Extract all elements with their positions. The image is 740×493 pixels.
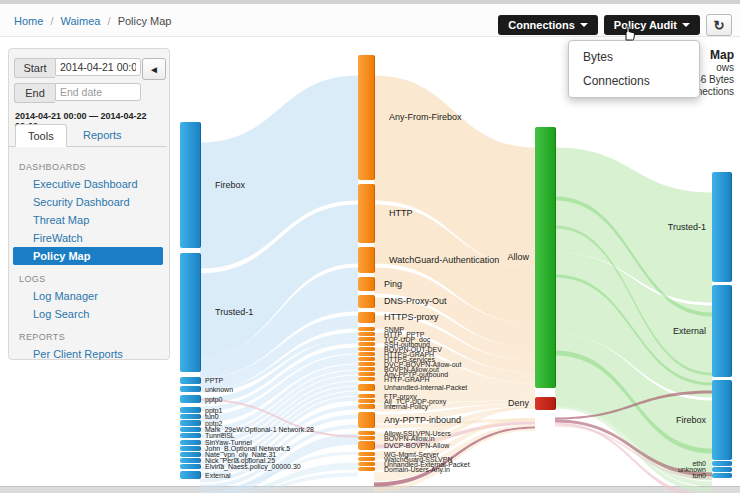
connections-dropdown-menu: Bytes Connections	[568, 40, 700, 98]
sankey-node-domain-users-any-in[interactable]	[358, 467, 375, 471]
breadcrumb-separator: /	[108, 15, 111, 27]
panel-tabs: Tools Reports	[9, 123, 167, 147]
sidebar-item-log-search[interactable]: Log Search	[13, 305, 163, 323]
start-label: Start	[14, 58, 55, 78]
sidebar-item-executive-dashboard[interactable]: Executive Dashboard	[13, 175, 163, 193]
sankey-node-https-graph[interactable]	[358, 352, 375, 356]
sankey-node-watchguard-authentication[interactable]	[358, 247, 375, 273]
tools-panel: Start ◄ End 2014-04-21 00:00 — 2014-04-2…	[8, 48, 170, 360]
sankey-node-mark-29ew-optional-1-network-28[interactable]	[180, 427, 201, 432]
sankey-node-external[interactable]	[180, 471, 201, 479]
chevron-down-icon	[682, 23, 690, 27]
breadcrumb-home[interactable]: Home	[14, 15, 43, 27]
refresh-button[interactable]: ↻	[706, 14, 732, 36]
sankey-node-ping[interactable]	[358, 277, 375, 291]
sankey-node-unhandled-external-packet[interactable]	[358, 462, 375, 466]
breadcrumb-current-page: Policy Map	[118, 15, 172, 27]
end-label: End	[14, 83, 55, 103]
sankey-node-john-b-optional-network-5[interactable]	[180, 446, 201, 451]
refresh-icon: ↻	[714, 18, 725, 33]
end-date-row: End	[14, 83, 141, 103]
sankey-node-ftp-proxy[interactable]	[358, 394, 375, 398]
sankey-node-trusted-1[interactable]	[712, 172, 732, 282]
header-toolbar: Connections Policy Audit ↻	[498, 14, 732, 36]
sankey-node-any-pptp-outbound[interactable]	[358, 372, 375, 376]
sankey-node-https-services[interactable]	[358, 357, 375, 361]
end-date-input[interactable]	[55, 83, 141, 101]
sankey-node-dvcp-bovpn-allow[interactable]	[358, 441, 375, 450]
sankey-node-pptp1[interactable]	[180, 407, 201, 413]
dropdown-item-connections[interactable]: Connections	[569, 69, 699, 93]
sankey-node-sinyaw-tunnel[interactable]	[180, 440, 201, 445]
sankey-node-bovpn-allow-in[interactable]	[358, 436, 375, 440]
breadcrumb: Home / Waimea / Policy Map	[14, 15, 171, 27]
sankey-node-external[interactable]	[712, 285, 732, 377]
sankey-node-bovpn-out-dev[interactable]	[358, 347, 375, 351]
sankey-node-tcp-udp-doc[interactable]	[358, 337, 375, 341]
sankey-node-pptp[interactable]	[180, 377, 201, 384]
sankey-node-unhandled-internal-packet[interactable]	[358, 384, 375, 391]
sankey-node-pptp2[interactable]	[180, 420, 201, 426]
sankey-node-unknown[interactable]	[712, 467, 732, 472]
sankey-node-http-pptp[interactable]	[358, 332, 375, 336]
sankey-node-ssh-outbound[interactable]	[358, 342, 375, 346]
sankey-node-tunnelsl[interactable]	[180, 433, 201, 438]
nav-heading-reports: REPORTS	[19, 332, 167, 342]
tab-tools[interactable]: Tools	[15, 124, 67, 147]
sankey-node-snmp[interactable]	[358, 327, 375, 331]
sankey-node-elvina-naess-policy-00000-30[interactable]	[180, 464, 201, 469]
sankey-node-nate-vpn-oly-nate-31[interactable]	[180, 452, 201, 457]
sankey-node-http-graph[interactable]	[358, 377, 375, 381]
tab-reports[interactable]: Reports	[71, 124, 134, 145]
sankey-node-deny[interactable]	[535, 397, 556, 410]
sankey-node-pptp0[interactable]	[180, 395, 201, 403]
sankey-node-http[interactable]	[358, 184, 375, 243]
sidebar-item-threat-map[interactable]: Threat Map	[13, 211, 163, 229]
breadcrumb-waimea[interactable]: Waimea	[61, 15, 101, 27]
sankey-node-trusted-1[interactable]	[180, 253, 201, 372]
sankey-node-tun0[interactable]	[712, 473, 732, 478]
sankey-node-allow-sslvpn-users[interactable]	[358, 431, 375, 435]
sidebar-nav: DASHBOARDSExecutive DashboardSecurity Da…	[9, 153, 167, 363]
sankey-node-all-tcp-udp-proxy[interactable]	[358, 399, 375, 403]
sidebar-item-log-manager[interactable]: Log Manager	[13, 287, 163, 305]
sankey-node-nick-perla-optional-25[interactable]	[180, 458, 201, 463]
breadcrumb-separator: /	[50, 15, 53, 27]
sankey-node-tun0[interactable]	[180, 414, 201, 419]
sankey-node-bovpn-allow-out[interactable]	[358, 367, 375, 371]
sankey-node-unknown[interactable]	[180, 386, 201, 392]
sidebar-item-per-client-reports[interactable]: Per Client Reports	[13, 345, 163, 363]
policy-audit-button-label: Policy Audit	[614, 19, 677, 31]
collapse-arrow-icon: ◄	[149, 64, 159, 75]
sankey-node-dns-proxy-out[interactable]	[358, 295, 375, 308]
sankey-node-watchguard-sslvpn[interactable]	[358, 457, 375, 461]
sankey-node-firebox[interactable]	[180, 122, 201, 248]
collapse-panel-button[interactable]: ◄	[142, 58, 166, 80]
dropdown-item-bytes[interactable]: Bytes	[569, 45, 699, 69]
start-date-input[interactable]	[55, 58, 141, 76]
sankey-node-any-pptp-inbound[interactable]	[358, 412, 375, 428]
sankey-node-eth0[interactable]	[712, 461, 732, 466]
sidebar-item-firewatch[interactable]: FireWatch	[13, 229, 163, 247]
sankey-node-dvcp-bovpn-allow-out[interactable]	[358, 362, 375, 366]
sankey-node-wg-mgmt-server[interactable]	[358, 452, 375, 456]
nav-heading-dashboards: DASHBOARDS	[19, 162, 167, 172]
connections-dropdown-button[interactable]: Connections	[498, 15, 598, 35]
sidebar-item-security-dashboard[interactable]: Security Dashboard	[13, 193, 163, 211]
sankey-node-internal-policy[interactable]	[358, 404, 375, 409]
start-date-row: Start	[14, 58, 141, 78]
sankey-node-any-from-firebox[interactable]	[358, 55, 375, 180]
sankey-node-allow[interactable]	[535, 127, 556, 388]
chevron-down-icon	[580, 23, 588, 27]
policy-map-page: Home / Waimea / Policy Map Connections P…	[0, 0, 740, 493]
connections-button-label: Connections	[508, 19, 575, 31]
sidebar-item-policy-map[interactable]: Policy Map	[13, 247, 163, 265]
nav-heading-logs: LOGS	[19, 274, 167, 284]
sankey-node-https-proxy[interactable]	[358, 312, 375, 323]
policy-audit-dropdown-button[interactable]: Policy Audit	[604, 15, 700, 35]
sankey-node-firebox[interactable]	[712, 380, 732, 460]
